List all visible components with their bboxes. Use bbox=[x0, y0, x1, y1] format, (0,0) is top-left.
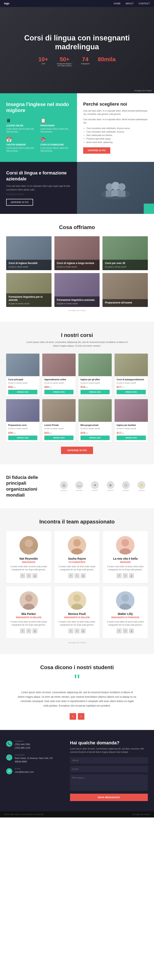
corso-desc-5: di solo er menes nescill bbox=[44, 427, 73, 430]
team-social-f-5[interactable]: f bbox=[117, 628, 122, 633]
team-desc-3: Il nostro moto doler sit amet nulla nost… bbox=[10, 620, 48, 627]
avatar-svg-1 bbox=[68, 536, 86, 555]
corso-btn-4[interactable]: ORDINA ORA bbox=[8, 436, 37, 440]
svg-point-13 bbox=[122, 539, 129, 547]
team-social-t-0[interactable]: t bbox=[26, 573, 31, 578]
aziendali-left: Corsi di lingua e formazione aziendale C… bbox=[0, 162, 77, 214]
corsi-section: I nostri corsi Lorem ipsum dolor sit ame… bbox=[0, 322, 154, 464]
contatto-label-2: E-MAIL bbox=[15, 768, 34, 770]
insegna-icon-3: 📚 bbox=[40, 137, 71, 142]
team-social-g-4[interactable]: g bbox=[81, 628, 86, 633]
team-social-g-1[interactable]: g bbox=[81, 573, 86, 578]
team-desc-4: Il nostro moto doler sit amet nulla nost… bbox=[58, 620, 96, 627]
corso-btn-7[interactable]: ORDINA ORA bbox=[117, 436, 146, 440]
team-social-2: f t g bbox=[106, 573, 144, 578]
insegna-label-3: CORSI DI FORMAZIONE bbox=[40, 143, 71, 146]
team-name-1: Sasha Rayne bbox=[58, 557, 96, 560]
nav-about[interactable]: ABOUT bbox=[125, 2, 134, 5]
aziendali-illustration bbox=[99, 176, 132, 200]
form-send-btn[interactable]: INVIA MESSAGGIO bbox=[70, 794, 148, 801]
fiducia-section: Di fiducia delle principali organizzazio… bbox=[0, 464, 154, 508]
insegna-icon-1: 📋 bbox=[40, 118, 71, 123]
corso-card-7: Inglese per bambini di solo er menes nes… bbox=[114, 399, 148, 442]
corso-card-6: Mini-gruppi privati di solo er menes nes… bbox=[78, 399, 112, 442]
corso-desc-7: di solo er menes nescill bbox=[117, 427, 146, 430]
corso-desc-4: di solo er menes nescill bbox=[8, 427, 37, 430]
team-social-t-5[interactable]: t bbox=[123, 628, 128, 633]
team-social-f-4[interactable]: f bbox=[68, 628, 73, 633]
team-role-2: Manager bbox=[106, 561, 144, 563]
quote-next-btn[interactable]: › bbox=[78, 713, 84, 720]
stat-num-1: 50+ bbox=[56, 56, 73, 63]
corso-btn-6[interactable]: ORDINA ORA bbox=[81, 436, 110, 440]
team-social-t-3[interactable]: t bbox=[26, 628, 31, 633]
corso-price-6: $19/mo bbox=[81, 431, 110, 434]
team-social-t-4[interactable]: t bbox=[75, 628, 79, 633]
corso-desc-2: di solo er menes nescill bbox=[81, 382, 110, 384]
fiducia-logo-icon-3: ⊕ bbox=[106, 481, 114, 489]
corso-body-0: Corsi principali di solo er menes nescil… bbox=[6, 376, 40, 396]
insegna-left: Insegna l'inglese nel modo migliore 🖥 LE… bbox=[0, 93, 77, 162]
team-name-2: La mia vita è bella bbox=[106, 557, 144, 560]
corso-title-2: Inglese per gli affari bbox=[81, 378, 110, 381]
team-role-0: Insegnante bbox=[10, 561, 48, 563]
team-social-f-2[interactable]: f bbox=[117, 573, 122, 578]
studenti-section: Cosa dicono i nostri studenti " Lorem ip… bbox=[0, 654, 154, 730]
svg-point-3 bbox=[118, 183, 125, 191]
hero-section: Corsi di lingua con insegnanti madreling… bbox=[0, 7, 154, 93]
corso-card-1: Apprendimento online di solo er menes ne… bbox=[42, 353, 76, 396]
quote-prev-btn[interactable]: ‹ bbox=[70, 713, 76, 720]
team-social-t-2[interactable]: t bbox=[123, 573, 128, 578]
team-social-4: f t g bbox=[58, 628, 96, 633]
form-name-input[interactable] bbox=[70, 757, 148, 764]
nav-contact[interactable]: CONTACT bbox=[138, 2, 150, 5]
corso-btn-3[interactable]: ORDINA ORA bbox=[117, 390, 146, 394]
insegna-title: Insegna l'inglese nel modo migliore bbox=[6, 102, 71, 113]
insegna-desc-2: Lorem ipsum click to edres the Tela Domi… bbox=[6, 147, 37, 153]
corsi-saperne-btn[interactable]: SAPERNE DI PIÙ bbox=[61, 447, 93, 454]
team-social-g-0[interactable]: g bbox=[32, 573, 37, 578]
team-social-f-0[interactable]: f bbox=[20, 573, 25, 578]
svg-point-7 bbox=[25, 539, 33, 547]
fiducia-logos: ◎ CONTACT 📖 CONTACT ✦ CONTACT ⊕ CONTACT … bbox=[57, 481, 148, 491]
insegna-items: 🖥 LEZIONE ONLINE Lorem ipsum click to ed… bbox=[6, 118, 71, 153]
team-name-3: Mia Parker bbox=[10, 612, 48, 616]
team-social-g-5[interactable]: g bbox=[129, 628, 134, 633]
perche-btn[interactable]: SAPERNE DI PIÙ bbox=[83, 147, 110, 154]
team-name-5: Walter Lilly bbox=[106, 612, 144, 616]
aziendali-btn[interactable]: SAPERNE DI PIÙ bbox=[6, 199, 33, 206]
quote-text: Lorem ipsum dolor sit amet, consectetuer… bbox=[17, 690, 137, 708]
team-social-f-1[interactable]: f bbox=[68, 573, 73, 578]
perche-p0: Cras sed diam diam. In et vulputate tell… bbox=[83, 109, 148, 116]
stat-num-3: 80mila bbox=[98, 56, 116, 63]
svg-point-22 bbox=[122, 594, 129, 602]
corso-btn-5[interactable]: ORDINA ORA bbox=[44, 436, 73, 440]
team-social-f-3[interactable]: f bbox=[20, 628, 25, 633]
team-social-g-3[interactable]: g bbox=[32, 628, 37, 633]
corso-body-3: Corsi di autoapprendimento di solo er me… bbox=[114, 376, 148, 396]
location-icon: 📍 bbox=[6, 754, 12, 760]
team-social-g-2[interactable]: g bbox=[129, 573, 134, 578]
fiducia-logo-text-0: CONTACT bbox=[60, 490, 67, 491]
nav-home[interactable]: HOME bbox=[114, 2, 121, 5]
offriamo-card-desc-0: di solo er menes nescill bbox=[9, 266, 49, 268]
corso-btn-1[interactable]: ORDINA ORA bbox=[44, 390, 73, 394]
team-social-t-1[interactable]: t bbox=[75, 573, 79, 578]
quote-mark: " bbox=[17, 676, 137, 686]
team-card-4: Monica Pouli Insegnante di inglese Il no… bbox=[54, 586, 99, 638]
form-message-input[interactable] bbox=[70, 774, 148, 791]
team-grid: Nat Reynolds Insegnante Il nostro moto d… bbox=[6, 531, 148, 638]
footer: Pulizie Teleh Soloni, Sit Amet dolor a L… bbox=[0, 811, 154, 818]
perche-li-3: Praesent eget pede augue. bbox=[86, 137, 148, 140]
team-role-4: Insegnante di inglese bbox=[58, 616, 96, 619]
corsi-title: I nostri corsi bbox=[6, 332, 148, 338]
form-email-input[interactable] bbox=[70, 766, 148, 772]
fiducia-logo-icon-1: 📖 bbox=[75, 481, 83, 489]
corso-btn-2[interactable]: ORDINA ORA bbox=[81, 390, 110, 394]
corso-btn-0[interactable]: ORDINA ORA bbox=[8, 390, 37, 394]
corso-img-4 bbox=[6, 399, 40, 422]
contatti-form: Hai qualche domanda? Lorem ipsum dolor s… bbox=[70, 740, 148, 801]
form-name-field bbox=[70, 757, 148, 764]
quote-container: " Lorem ipsum dolor sit amet, consectetu… bbox=[17, 676, 137, 719]
offriamo-card-4: Formazione linguistica avanzata di grate… bbox=[54, 273, 100, 307]
